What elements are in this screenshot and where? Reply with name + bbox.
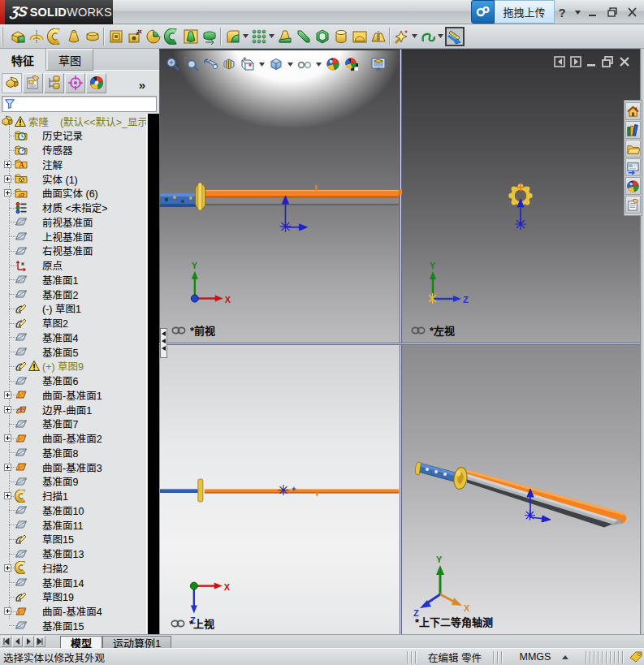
toolbar-button-swept-boss[interactable] — [46, 28, 64, 45]
viewport-front[interactable]: Y X *前视 — [159, 50, 400, 343]
taskpane-tab-appearances-scenes[interactable] — [625, 177, 641, 195]
help-icon[interactable]: ? — [553, 4, 571, 20]
viewport-splitter-horizontal[interactable] — [159, 343, 640, 345]
manager-tab-propertymanager[interactable] — [23, 73, 43, 93]
tree-item[interactable]: 基准面5 — [0, 344, 147, 359]
taskpane-tab-design-library[interactable] — [625, 121, 641, 139]
tree-item[interactable]: 边界-曲面1 — [0, 402, 147, 417]
tree-item[interactable]: (-) 草图1 — [0, 301, 147, 316]
headsup-button-section-view[interactable] — [219, 55, 238, 74]
tree-item[interactable]: 基准面9 — [0, 474, 147, 489]
expand-icon[interactable] — [4, 564, 11, 572]
tag-icon[interactable] — [628, 650, 644, 664]
taskpane-tab-view-palette[interactable] — [625, 158, 641, 176]
help-dropdown-icon[interactable] — [573, 4, 582, 20]
taskpane-tab-custom-properties[interactable] — [625, 196, 641, 214]
headsup-button-apply-scene[interactable] — [342, 55, 361, 74]
expand-icon[interactable] — [4, 607, 11, 615]
tree-item[interactable]: 原点 — [0, 258, 147, 273]
tab-features[interactable]: 特征 — [0, 49, 46, 71]
dropdown-arrow-icon[interactable] — [257, 63, 266, 67]
toolbar-button-draft[interactable] — [276, 28, 294, 45]
menu-item[interactable] — [142, 0, 157, 24]
tree-item[interactable]: 曲面-基准面3 — [0, 460, 147, 474]
expand-icon[interactable] — [4, 464, 11, 471]
headsup-button-view-orientation[interactable] — [238, 55, 257, 74]
expand-icon[interactable] — [4, 391, 11, 399]
toolbar-button-linear-pattern[interactable] — [250, 28, 268, 45]
manager-tab-dimxpertmanager[interactable] — [65, 73, 85, 93]
headsup-button-previous-view[interactable] — [201, 55, 219, 74]
manager-tab-displaymanager[interactable] — [86, 73, 106, 93]
minimize-button[interactable] — [584, 4, 602, 20]
tree-item[interactable]: 基准面8 — [0, 446, 147, 460]
doc-restore-button[interactable] — [602, 56, 614, 67]
toolbar-button-swept-cut[interactable] — [163, 28, 181, 45]
toolbar-button-wrap[interactable] — [332, 28, 350, 45]
tab-scroll-prev[interactable] — [12, 636, 23, 647]
tree-item[interactable]: 扫描1 — [0, 489, 147, 503]
toolbar-button-fillet[interactable] — [224, 28, 242, 45]
tree-item[interactable]: 基准面13 — [0, 546, 147, 561]
manager-tab-configurationmanager[interactable] — [44, 73, 64, 93]
taskpane-tab-file-explorer[interactable] — [625, 140, 641, 158]
toolbar-button-mirror[interactable] — [370, 28, 387, 45]
toolbar-button-shell[interactable] — [313, 28, 331, 45]
toolbar-button-revolved-boss[interactable] — [28, 28, 45, 45]
doc-minimize-button[interactable] — [586, 56, 597, 67]
toolbar-button-curves[interactable] — [419, 28, 437, 45]
menu-item[interactable] — [171, 0, 186, 24]
pane-left-icon[interactable] — [554, 56, 565, 67]
toolbar-button-revolved-cut[interactable] — [145, 28, 162, 45]
viewport-top[interactable]: X Z *上视 — [159, 345, 400, 635]
tab-scroll-last[interactable] — [35, 636, 45, 647]
toolbar-button-lofted-boss[interactable] — [65, 28, 83, 45]
menu-item[interactable] — [113, 0, 128, 24]
tree-item[interactable]: 前视基准面 — [0, 215, 147, 230]
toolbar-button-instant3d[interactable] — [445, 27, 465, 46]
tree-item[interactable]: 实体 (1) — [0, 171, 147, 186]
viewport-isometric[interactable]: Y Z X *上下二等角轴测 — [402, 345, 640, 635]
tree-item[interactable]: (+) 草图9 — [0, 359, 147, 374]
tree-item[interactable]: 基准面6 — [0, 374, 147, 388]
headsup-button-view-settings[interactable] — [369, 55, 387, 74]
dropdown-arrow-icon[interactable] — [268, 28, 275, 45]
tree-item[interactable]: 基准面11 — [0, 517, 147, 532]
menu-item[interactable] — [215, 0, 230, 24]
close-button[interactable] — [623, 4, 641, 20]
toolbar-button-rib[interactable] — [295, 28, 313, 45]
tree-filter-input[interactable] — [2, 96, 157, 112]
tree-item[interactable]: 草图2 — [0, 316, 147, 330]
dropdown-arrow-icon[interactable] — [437, 28, 444, 45]
dropdown-arrow-icon[interactable] — [313, 63, 323, 67]
expand-icon[interactable] — [4, 492, 11, 499]
headsup-button-zoom-to-fit[interactable] — [163, 55, 182, 74]
toolbar-button-boundary-cut[interactable] — [201, 28, 218, 45]
toolbar-grip[interactable] — [2, 27, 6, 46]
tree-item[interactable]: 基准面15 — [0, 619, 147, 633]
expand-icon[interactable] — [4, 406, 11, 413]
headsup-button-zoom-to-area[interactable] — [182, 55, 201, 74]
expand-icon[interactable] — [4, 189, 11, 196]
menu-item[interactable] — [186, 0, 201, 24]
tree-item[interactable]: 基准面4 — [0, 330, 147, 345]
taskpane-tab-solidworks-resources[interactable] — [625, 102, 641, 120]
tree-item[interactable]: 基准面10 — [0, 503, 147, 518]
headsup-button-display-style[interactable] — [266, 55, 285, 74]
tab-motion-study[interactable]: 运动算例1 — [102, 636, 171, 648]
tree-item[interactable]: 曲面-基准面1 — [0, 388, 147, 403]
tree-item[interactable]: 曲面-基准面4 — [0, 604, 147, 619]
restore-button[interactable] — [603, 4, 621, 20]
expand-icon[interactable] — [4, 175, 11, 183]
tree-item[interactable]: 曲面-基准面2 — [0, 431, 147, 446]
more-tabs-chevron[interactable]: » — [139, 78, 144, 92]
unit-system-selector[interactable]: MMGS — [505, 650, 583, 664]
tree-item[interactable]: 基准面14 — [0, 575, 147, 589]
tree-item[interactable]: 基准面2 — [0, 287, 147, 301]
dropdown-arrow-icon[interactable] — [242, 28, 249, 45]
headsup-button-edit-appearance[interactable] — [323, 55, 342, 74]
pane-right-icon[interactable] — [570, 56, 581, 67]
toolbar-button-extruded-cut[interactable] — [107, 28, 125, 45]
toolbar-button-reference-geometry[interactable] — [393, 28, 411, 45]
toolbar-button-lofted-cut[interactable] — [182, 28, 200, 45]
